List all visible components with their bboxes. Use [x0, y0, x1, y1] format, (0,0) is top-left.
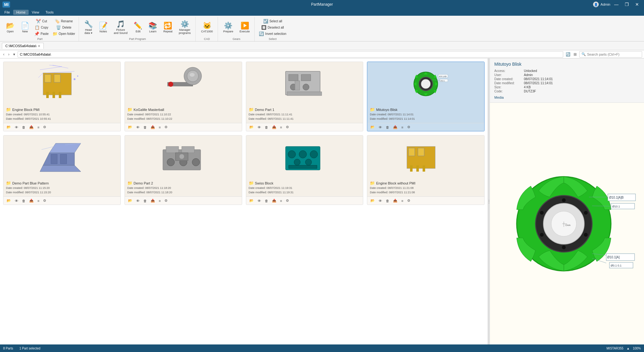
part-action-open-6[interactable]: 📂	[127, 198, 134, 203]
nav-dropdown-button[interactable]: ▾	[12, 52, 16, 57]
ribbon-invert-selection-button[interactable]: 🔄 Invert selection	[257, 31, 288, 37]
ribbon-head-data-button[interactable]: 🔧 Headdata ▾	[81, 19, 96, 36]
part-action-open-7[interactable]: 📂	[248, 198, 255, 203]
ribbon-select-all-button[interactable]: ☑️ Select all	[257, 18, 288, 24]
ribbon-manager-programs-button[interactable]: ⚙️ Managerprograms	[176, 19, 193, 36]
part-card-1[interactable]: 📁 Engine Block PMI Date created: 08/07/2…	[3, 62, 121, 131]
part-meta-8: Date created: 08/07/2021 11:21:08 Date m…	[370, 186, 482, 195]
part-action-open-4[interactable]: 📂	[369, 124, 376, 130]
part-meta-2: Date created: 08/07/2021 11:10:22 Date m…	[127, 113, 239, 121]
ribbon-open-folder-button[interactable]: 📁 Open folder	[51, 31, 77, 37]
part-action-delete-8[interactable]: 🗑	[385, 198, 391, 203]
part-action-more-3[interactable]: ≡	[279, 125, 283, 130]
ribbon-paste-button[interactable]: 📌 Paste	[33, 31, 50, 37]
part-action-delete-3[interactable]: 🗑	[264, 125, 269, 130]
ribbon-execute-button[interactable]: ▶️ Execute	[237, 21, 253, 35]
nav-forward-button[interactable]: ›	[7, 52, 11, 57]
part-action-settings-5[interactable]: ⚙	[42, 198, 47, 203]
part-action-open-2[interactable]: 📂	[127, 124, 134, 130]
part-action-delete-5[interactable]: 🗑	[21, 198, 27, 203]
part-action-settings-2[interactable]: ⚙	[163, 124, 169, 130]
part-action-view-6[interactable]: 👁	[135, 198, 141, 203]
part-action-open-8[interactable]: 📂	[369, 198, 376, 203]
part-action-more-6[interactable]: ≡	[158, 198, 162, 203]
part-action-delete-7[interactable]: 🗑	[264, 198, 269, 203]
part-action-export-8[interactable]: 📤	[392, 198, 399, 203]
part-card-8[interactable]: 📁 Engine Block without PMI Date created:…	[367, 135, 485, 205]
menu-view[interactable]: View	[29, 10, 42, 15]
tab-close-icon[interactable]: ✕	[38, 44, 40, 48]
part-action-more-4[interactable]: ≡	[400, 125, 404, 130]
nav-views-button[interactable]: ⊞	[572, 52, 578, 57]
part-action-more-8[interactable]: ≡	[400, 198, 404, 203]
ribbon-new-button[interactable]: 📄 New	[18, 21, 32, 35]
part-action-delete-6[interactable]: 🗑	[142, 198, 148, 203]
delete-icon: 🗑️	[56, 25, 61, 30]
part-action-settings-6[interactable]: ⚙	[163, 198, 169, 203]
ribbon-prepare-button[interactable]: ⚙️ Prepare	[220, 21, 236, 35]
ribbon-edit-button[interactable]: ✏️ Edit	[131, 21, 145, 35]
menu-file[interactable]: File	[1, 10, 13, 15]
part-action-settings-3[interactable]: ⚙	[285, 124, 290, 130]
part-action-open-5[interactable]: 📂	[5, 198, 12, 203]
part-card-6[interactable]: 📁 Demo Part 2 Date created: 08/07/2021 1…	[125, 135, 242, 205]
menu-home[interactable]: Home	[13, 10, 29, 15]
part-action-export-3[interactable]: 📤	[271, 124, 278, 130]
search-input[interactable]	[587, 52, 640, 56]
part-action-settings-8[interactable]: ⚙	[406, 198, 412, 203]
part-card-7[interactable]: 📁 Swiss Block Date created: 08/07/2021 1…	[246, 135, 364, 205]
part-action-more-2[interactable]: ≡	[158, 125, 162, 130]
part-action-export-6[interactable]: 📤	[149, 198, 156, 203]
nav-path-input[interactable]	[18, 51, 563, 58]
part-action-settings-1[interactable]: ⚙	[42, 124, 47, 130]
ribbon-cut-button[interactable]: ✂️ Cut	[33, 18, 50, 24]
ribbon-copy-button[interactable]: 📋 Copy	[33, 25, 50, 30]
menu-tools[interactable]: Tools	[42, 10, 57, 15]
ribbon-open-button[interactable]: 📂 Open	[3, 21, 17, 35]
part-action-settings-4[interactable]: ⚙	[406, 124, 412, 130]
part-card-4[interactable]: Ø20 [A]B Ø10.1 📁 Mitutoyo Blisk Date cre…	[367, 62, 485, 131]
part-action-view-4[interactable]: 👁	[377, 125, 383, 130]
part-action-export-5[interactable]: 📤	[28, 198, 35, 203]
ribbon-cat1000-button[interactable]: 🐱 CAT1000	[198, 21, 215, 35]
part-action-export-7[interactable]: 📤	[271, 198, 278, 203]
svg-text:Ø10.1: Ø10.1	[441, 80, 445, 82]
part-action-more-1[interactable]: ≡	[36, 125, 41, 130]
part-action-export-2[interactable]: 📤	[149, 124, 156, 130]
part-action-view-5[interactable]: 👁	[14, 198, 19, 203]
close-button[interactable]: ✕	[633, 1, 641, 8]
nav-back-button[interactable]: ‹	[2, 52, 6, 57]
part-action-view-1[interactable]: 👁	[14, 125, 19, 130]
ribbon-repeat-button[interactable]: 🔁 Repeat	[160, 21, 175, 35]
part-action-settings-7[interactable]: ⚙	[285, 198, 290, 203]
minimize-button[interactable]: —	[612, 1, 621, 8]
ribbon-notes-button[interactable]: 📝 Notes	[96, 21, 110, 35]
ribbon-deselect-all-button[interactable]: 🔲 Deselect all	[257, 25, 288, 30]
part-card-2[interactable]: 📁 KoGaMe Masterball Date created: 08/07/…	[125, 62, 242, 131]
part-action-export-4[interactable]: 📤	[392, 124, 399, 130]
part-action-more-5[interactable]: ≡	[36, 198, 41, 203]
part-action-open-1[interactable]: 📂	[5, 124, 12, 130]
ribbon-delete-button[interactable]: 🗑️ Delete	[51, 25, 77, 30]
part-action-view-8[interactable]: 👁	[377, 198, 383, 203]
nav-refresh-button[interactable]: 🔄	[564, 52, 572, 57]
part-action-view-7[interactable]: 👁	[256, 198, 262, 203]
part-card-info-8: 📁 Engine Block without PMI Date created:…	[367, 179, 484, 196]
ribbon-rename-button[interactable]: 🏷️ Rename	[51, 18, 77, 24]
part-action-view-2[interactable]: 👁	[135, 125, 141, 130]
tab-item-data[interactable]: C:\MCOS5a64\data\ ✕	[2, 43, 44, 49]
part-card-5[interactable]: 📁 Demo Part Blue Pattern Date created: 0…	[3, 135, 121, 205]
ribbon-learn-button[interactable]: 📚 Learn	[146, 21, 160, 35]
part-action-more-7[interactable]: ≡	[279, 198, 283, 203]
part-action-delete-2[interactable]: 🗑	[142, 125, 148, 130]
maximize-button[interactable]: ❐	[622, 1, 631, 8]
ribbon-picture-sound-button[interactable]: 🎵 Pictureand Sound	[111, 19, 130, 36]
part-action-delete-1[interactable]: 🗑	[21, 125, 27, 130]
part-action-open-3[interactable]: 📂	[248, 124, 255, 130]
svg-point-53	[192, 158, 200, 166]
part-action-delete-4[interactable]: 🗑	[385, 125, 391, 130]
part-action-view-3[interactable]: 👁	[256, 125, 262, 130]
part-action-export-1[interactable]: 📤	[28, 124, 35, 130]
ribbon-group-partprogram: 🔧 Headdata ▾ 📝 Notes 🎵 Pictureand Sound …	[80, 17, 196, 41]
part-card-3[interactable]: 📁 Demo Part 1 Date created: 08/07/2021 1…	[246, 62, 364, 131]
